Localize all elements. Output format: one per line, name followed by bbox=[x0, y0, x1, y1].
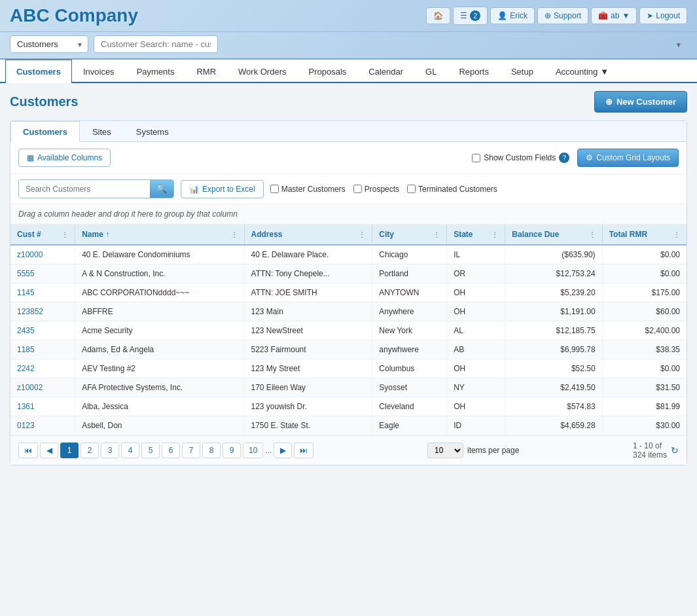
col-header-total-rmr[interactable]: Total RMR ⋮ bbox=[602, 225, 687, 245]
cust-num-link[interactable]: z10000 bbox=[17, 250, 43, 259]
cell-cust-num[interactable]: z10002 bbox=[10, 378, 75, 397]
cust-num-link[interactable]: 5555 bbox=[17, 269, 35, 278]
col-menu-balance-icon[interactable]: ⋮ bbox=[589, 231, 596, 238]
cust-num-link[interactable]: 1145 bbox=[17, 288, 35, 297]
col-header-city[interactable]: City ⋮ bbox=[372, 225, 447, 245]
nav-tab-gl[interactable]: GL bbox=[414, 60, 448, 83]
page-7-button[interactable]: 7 bbox=[182, 443, 200, 458]
cust-num-link[interactable]: 2435 bbox=[17, 326, 35, 335]
col-menu-cust-num-icon[interactable]: ⋮ bbox=[62, 231, 68, 238]
page-9-button[interactable]: 9 bbox=[223, 443, 241, 458]
cell-cust-num[interactable]: 0123 bbox=[10, 416, 75, 435]
cust-num-link[interactable]: 2242 bbox=[17, 364, 35, 373]
nav-tab-payments[interactable]: Payments bbox=[126, 60, 186, 83]
context-select[interactable]: Customers Invoices Payments bbox=[10, 35, 88, 53]
available-columns-button[interactable]: ▦ Available Columns bbox=[18, 149, 111, 167]
refresh-button[interactable]: ↻ bbox=[671, 445, 679, 456]
items-per-page-label: items per page bbox=[467, 446, 519, 455]
prospects-checkbox[interactable] bbox=[353, 185, 362, 193]
cust-num-link[interactable]: 1185 bbox=[17, 345, 35, 354]
col-menu-state-icon[interactable]: ⋮ bbox=[491, 231, 498, 238]
col-header-address[interactable]: Address ⋮ bbox=[244, 225, 372, 245]
last-page-button[interactable]: ⏭ bbox=[294, 443, 313, 458]
custom-grid-layouts-button[interactable]: ⚙ Custom Grid Layouts bbox=[577, 149, 679, 167]
inner-tab-systems[interactable]: Systems bbox=[124, 121, 181, 142]
nav-tab-reports[interactable]: Reports bbox=[448, 60, 500, 83]
inner-tab-customers[interactable]: Customers bbox=[10, 121, 80, 142]
table-row: z10002 AFA Protective Systems, Inc. 170 … bbox=[10, 378, 687, 397]
help-icon[interactable]: ? bbox=[559, 153, 569, 163]
page-6-button[interactable]: 6 bbox=[162, 443, 180, 458]
cell-cust-num[interactable]: 2435 bbox=[10, 321, 75, 340]
next-page-button[interactable]: ▶ bbox=[274, 443, 292, 458]
inner-tabs: Customers Sites Systems bbox=[10, 121, 687, 142]
page-1-button[interactable]: 1 bbox=[60, 443, 79, 458]
cust-num-link[interactable]: 1361 bbox=[17, 402, 35, 411]
show-custom-fields-label[interactable]: Show Custom Fields ? bbox=[472, 153, 569, 163]
logout-button[interactable]: ➤ Logout bbox=[639, 7, 687, 24]
cell-name: Alba, Jessica bbox=[75, 397, 244, 416]
nav-tab-workorders[interactable]: Work Orders bbox=[227, 60, 297, 83]
col-menu-address-icon[interactable]: ⋮ bbox=[359, 231, 365, 238]
top-nav: 🏠 ☰ 2 👤 Erick ⊕ Support 🧰 ab ▼ ➤ Logout bbox=[426, 7, 687, 25]
col-menu-name-icon[interactable]: ⋮ bbox=[231, 231, 238, 238]
nav-tab-proposals[interactable]: Proposals bbox=[297, 60, 357, 83]
master-customers-filter[interactable]: Master Customers bbox=[270, 185, 346, 194]
cell-cust-num[interactable]: 123852 bbox=[10, 302, 75, 321]
cust-num-link[interactable]: 0123 bbox=[17, 421, 35, 430]
nav-tab-accounting[interactable]: Accounting ▼ bbox=[545, 60, 620, 83]
home-button[interactable]: 🏠 bbox=[426, 7, 450, 24]
page-2-button[interactable]: 2 bbox=[80, 443, 99, 458]
global-search-input[interactable] bbox=[94, 35, 218, 53]
plus-icon: ⊕ bbox=[605, 97, 613, 107]
col-header-state[interactable]: State ⋮ bbox=[447, 225, 505, 245]
col-menu-city-icon[interactable]: ⋮ bbox=[433, 231, 440, 238]
nav-tab-rmr[interactable]: RMR bbox=[185, 60, 227, 83]
page-8-button[interactable]: 8 bbox=[202, 443, 221, 458]
table-row: 2435 Acme Security 123 NewStreet New Yor… bbox=[10, 321, 687, 340]
prospects-filter[interactable]: Prospects bbox=[353, 185, 399, 194]
page-5-button[interactable]: 5 bbox=[141, 443, 160, 458]
cust-num-link[interactable]: z10002 bbox=[17, 383, 43, 392]
nav-tab-setup[interactable]: Setup bbox=[500, 60, 545, 83]
col-header-cust-num[interactable]: Cust # ⋮ bbox=[10, 225, 75, 245]
col-header-name[interactable]: Name ↑ ⋮ bbox=[75, 225, 244, 245]
cell-cust-num[interactable]: 5555 bbox=[10, 264, 75, 283]
cust-num-link[interactable]: 123852 bbox=[17, 307, 43, 316]
nav-tab-calendar[interactable]: Calendar bbox=[357, 60, 414, 83]
support-button[interactable]: ⊕ Support bbox=[537, 7, 588, 24]
col-header-balance-due[interactable]: Balance Due ⋮ bbox=[505, 225, 602, 245]
export-to-excel-button[interactable]: 📊 Export to Excel bbox=[181, 180, 264, 198]
customer-search-button[interactable]: 🔍 bbox=[150, 180, 173, 198]
cell-cust-num[interactable]: 1145 bbox=[10, 283, 75, 302]
table-row: 0123 Asbell, Don 1750 E. State St. Eagle… bbox=[10, 416, 687, 435]
page-10-button[interactable]: 10 bbox=[243, 443, 263, 458]
cell-state: OH bbox=[447, 397, 505, 416]
first-page-button[interactable]: ⏮ bbox=[18, 443, 38, 458]
terminated-customers-checkbox[interactable] bbox=[407, 185, 416, 193]
cell-cust-num[interactable]: z10000 bbox=[10, 245, 75, 264]
page-3-button[interactable]: 3 bbox=[101, 443, 119, 458]
master-customers-checkbox[interactable] bbox=[270, 185, 279, 193]
cell-cust-num[interactable]: 1361 bbox=[10, 397, 75, 416]
cell-total-rmr: $175.00 bbox=[602, 283, 687, 302]
cell-city: anywhwere bbox=[372, 340, 447, 359]
nav-tab-invoices[interactable]: Invoices bbox=[72, 60, 126, 83]
prev-page-button[interactable]: ◀ bbox=[40, 443, 58, 458]
col-menu-rmr-icon[interactable]: ⋮ bbox=[673, 231, 680, 238]
tools-button[interactable]: 🧰 ab ▼ bbox=[591, 7, 637, 24]
list-button[interactable]: ☰ 2 bbox=[453, 7, 488, 25]
new-customer-button[interactable]: ⊕ New Customer bbox=[594, 91, 687, 113]
items-per-page-select[interactable]: 10 25 50 100 bbox=[427, 443, 463, 458]
show-custom-fields-checkbox[interactable] bbox=[472, 154, 480, 162]
cell-cust-num[interactable]: 1185 bbox=[10, 340, 75, 359]
inner-tab-sites[interactable]: Sites bbox=[80, 121, 124, 142]
master-customers-label: Master Customers bbox=[281, 185, 346, 194]
cell-city: Chicago bbox=[372, 245, 447, 264]
terminated-customers-filter[interactable]: Terminated Customers bbox=[407, 185, 497, 194]
page-4-button[interactable]: 4 bbox=[121, 443, 139, 458]
customer-search-input[interactable] bbox=[19, 181, 150, 198]
cell-cust-num[interactable]: 2242 bbox=[10, 359, 75, 378]
user-button[interactable]: 👤 Erick bbox=[490, 7, 535, 24]
nav-tab-customers[interactable]: Customers bbox=[5, 60, 72, 83]
